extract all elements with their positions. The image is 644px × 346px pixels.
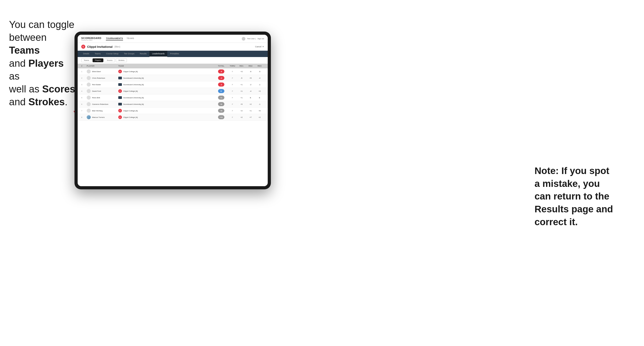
total-cell: E	[214, 89, 228, 93]
team-logo: C	[118, 70, 122, 73]
player-cell: Rees Britt	[87, 96, 118, 100]
avatar	[87, 96, 91, 100]
table-row: 6Cameron RobertsonScoreboard University …	[78, 101, 268, 108]
player-cell: Elliot Ebert	[87, 69, 118, 73]
player-cell: Chris Robertson	[87, 76, 118, 80]
rd2-cell: +1	[246, 110, 255, 112]
toggle-players[interactable]: Players	[92, 58, 104, 62]
thru-cell: F	[228, 97, 237, 99]
nav-tournaments[interactable]: TOURNAMENTS	[106, 37, 123, 40]
team-name: Clippd College [A]	[123, 71, 138, 73]
tab-teams[interactable]: Teams	[92, 51, 104, 57]
thru-cell: F	[228, 110, 237, 112]
team-cell: Scoreboard University [A]	[118, 77, 214, 79]
rank-cell: 4	[81, 90, 87, 92]
player-name: Blair McHarg	[92, 110, 102, 112]
sign-out-link[interactable]: Sign out	[258, 38, 264, 40]
team-name: Scoreboard University [A]	[123, 97, 144, 99]
rd1-cell: +3	[237, 71, 246, 73]
cancel-button[interactable]: Cancel ✕	[255, 45, 264, 48]
rd2-cell: +5	[246, 77, 255, 79]
tournament-title: C Clippd Invitational (Men)	[81, 45, 120, 49]
total-cell: -2	[214, 82, 228, 87]
toggle-scores[interactable]: Scores	[104, 58, 115, 62]
thru-cell: F	[228, 103, 237, 105]
avatar	[87, 109, 91, 113]
thru-cell: F	[228, 90, 237, 92]
score-badge: E	[218, 89, 224, 93]
right-annotation: Note: If you spota mistake, youcan retur…	[534, 165, 634, 228]
toggle-strokes[interactable]: Strokes	[116, 58, 127, 62]
avatar	[87, 82, 91, 87]
avatar	[87, 115, 91, 119]
thru-cell: F	[228, 71, 237, 73]
rd1-cell: +1	[237, 84, 246, 86]
table-row: 5Rees BrittScoreboard University [A]+1F+…	[78, 94, 268, 101]
tournament-logo: C	[81, 45, 85, 49]
thru-cell: F	[228, 77, 237, 79]
thru-cell: F	[228, 84, 237, 86]
rank-cell: 3	[81, 84, 87, 86]
score-badge: +11	[218, 115, 224, 119]
toggle-teams[interactable]: Teams	[81, 58, 92, 62]
top-nav: SCOREBOARD Powered by clippd TOURNAMENTS…	[78, 35, 268, 43]
rank-cell: 1	[81, 71, 87, 73]
avatar	[87, 76, 91, 80]
team-cell: Scoreboard University [A]	[118, 103, 214, 106]
rd2-cell: +7	[246, 116, 255, 118]
team-name: Clippd College [A]	[123, 90, 138, 92]
team-name: Clippd College [A]	[123, 110, 138, 112]
scoreboard-logo: SCOREBOARD Powered by clippd	[81, 37, 101, 41]
team-cell: CClippd College [A]	[118, 115, 214, 119]
logo-sub-text: Powered by clippd	[81, 39, 101, 41]
tab-leaderboards[interactable]: Leaderboards	[150, 51, 168, 57]
rd3-cell: E	[255, 97, 264, 99]
total-cell: +1	[214, 96, 228, 100]
score-badge: -2	[218, 82, 224, 87]
score-badge: -4	[218, 76, 224, 80]
team-cell: CClippd College [A]	[118, 70, 214, 73]
rd3-cell: +2	[255, 116, 264, 118]
player-name: Marcus Turners	[92, 116, 105, 118]
table-rows-container: 1Elliot EbertCClippd College [A]-8F+3-6-…	[78, 68, 268, 121]
player-name: Chris Robertson	[92, 77, 105, 79]
user-text: Test User |	[247, 38, 256, 40]
player-name: Rees Britt	[92, 97, 100, 99]
player-cell: Rich Butler	[87, 82, 118, 87]
tablet-screen: SCOREBOARD Powered by clippd TOURNAMENTS…	[78, 35, 268, 186]
team-logo: C	[118, 115, 122, 119]
tab-tee-groups[interactable]: Tee Groups	[121, 51, 137, 57]
table-row: 1Elliot EbertCClippd College [A]-8F+3-6-…	[78, 68, 268, 75]
tab-results[interactable]: Results	[137, 51, 150, 57]
nav-teams[interactable]: TEAMS	[127, 37, 134, 40]
tournament-name: Clippd Invitational	[87, 45, 113, 48]
team-cell: Scoreboard University [A]	[118, 96, 214, 99]
top-nav-right: Test User | Sign out	[242, 37, 264, 41]
rank-cell: 8	[81, 116, 87, 118]
team-cell: CClippd College [A]	[118, 89, 214, 93]
team-cell: Scoreboard University [A]	[118, 83, 214, 86]
total-cell: +9	[214, 109, 228, 113]
rd1-cell: +1	[237, 97, 246, 99]
rd2-cell: -4	[246, 90, 255, 92]
tournament-subtitle: (Men)	[114, 45, 120, 48]
team-name: Clippd College [A]	[123, 116, 138, 118]
tab-details[interactable]: Details	[80, 51, 92, 57]
tab-course-setup[interactable]: Course Setup	[104, 51, 121, 57]
rd2-cell: E	[246, 97, 255, 99]
rd1-cell: +5	[237, 103, 246, 105]
player-name: David Ford	[92, 90, 101, 92]
team-name: Scoreboard University [A]	[123, 77, 144, 79]
table-row: 2Chris RobertsonScoreboard University [A…	[78, 75, 268, 81]
total-cell: -4	[214, 76, 228, 80]
thru-cell: F	[228, 116, 237, 118]
avatar	[87, 89, 91, 93]
table-header: # PLAYER TEAM TOTAL THRU RD1 RD2 RD3	[78, 64, 268, 68]
score-badge: +6	[218, 102, 224, 106]
col-rd1: RD1	[237, 65, 246, 67]
team-logo	[118, 77, 122, 79]
tab-printables[interactable]: Printables	[167, 51, 182, 57]
close-icon: ✕	[262, 45, 264, 48]
left-annotation: You can toggle between Teams and Players…	[9, 18, 77, 108]
col-team: TEAM	[118, 65, 214, 67]
